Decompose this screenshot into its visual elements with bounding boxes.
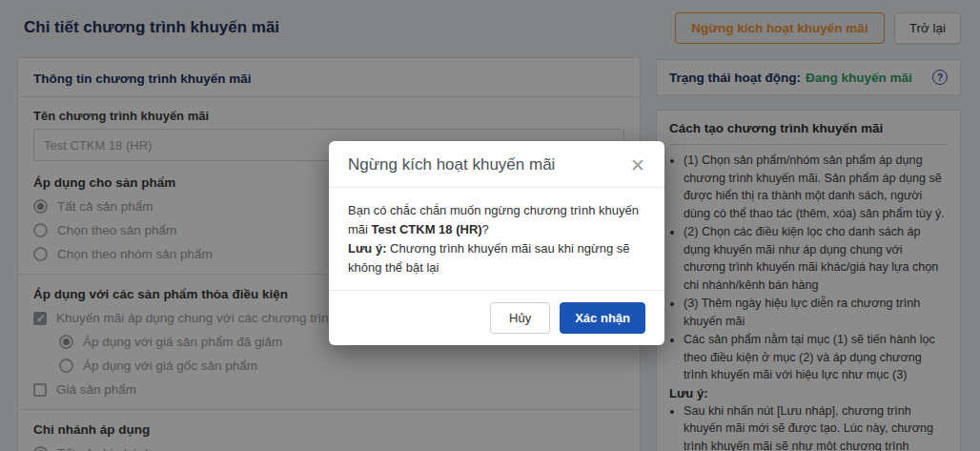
program-name: Test CTKM 18 (HR): [372, 222, 482, 236]
modal-body: Bạn có chắc chắn muốn ngừng chương trình…: [329, 188, 664, 290]
cancel-button[interactable]: Hủy: [490, 302, 550, 334]
modal-note-text: Chương trình khuyến mãi sau khi ngừng sẽ…: [348, 241, 629, 275]
question-mark: ?: [482, 222, 489, 236]
modal-header: Ngừng kích hoạt khuyến mãi ✕: [329, 141, 664, 188]
modal-note-label: Lưu ý:: [348, 241, 390, 256]
modal-title: Ngừng kích hoạt khuyến mãi: [348, 155, 555, 174]
deactivate-confirm-modal: Ngừng kích hoạt khuyến mãi ✕ Bạn có chắc…: [329, 141, 664, 345]
promotion-detail-page: Chi tiết chương trình khuyến mãi Ngừng k…: [0, 0, 980, 451]
close-icon[interactable]: ✕: [630, 156, 645, 174]
modal-footer: Hủy Xác nhận: [329, 290, 664, 345]
confirm-button[interactable]: Xác nhận: [560, 302, 645, 334]
